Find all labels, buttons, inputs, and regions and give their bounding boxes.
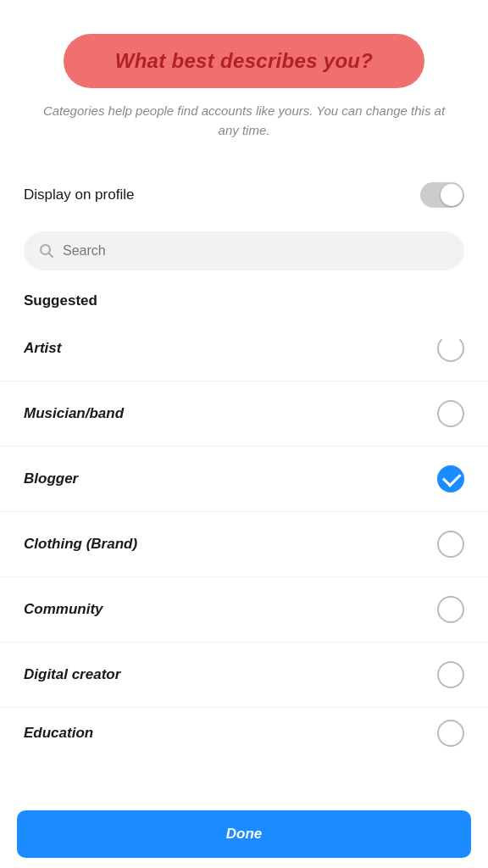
category-item-digital-creator[interactable]: Digital creator <box>0 643 488 708</box>
page-wrapper: What best describes you? Categories help… <box>0 0 488 868</box>
category-list: Artist Musician/band Blogger Clothing (B… <box>0 316 488 759</box>
svg-line-1 <box>49 253 53 257</box>
radio-blogger <box>437 465 464 492</box>
radio-digital-creator <box>437 661 464 688</box>
display-profile-toggle[interactable] <box>420 182 464 208</box>
display-on-profile-row: Display on profile <box>0 165 488 225</box>
radio-clothing-brand <box>437 531 464 558</box>
category-item-musician-band[interactable]: Musician/band <box>0 381 488 447</box>
category-label-education: Education <box>24 725 93 742</box>
search-bar[interactable] <box>24 231 464 270</box>
category-label-artist: Artist <box>24 340 61 357</box>
title-pill: What best describes you? <box>64 34 424 88</box>
header-section: What best describes you? Categories help… <box>0 0 488 157</box>
suggested-section-label: Suggested <box>0 284 488 316</box>
toggle-knob <box>441 184 463 206</box>
radio-musician-band <box>437 400 464 427</box>
category-label-community: Community <box>24 601 103 618</box>
radio-community <box>437 596 464 623</box>
category-label-digital-creator: Digital creator <box>24 666 120 683</box>
category-item-artist[interactable]: Artist <box>0 316 488 381</box>
done-button[interactable]: Done <box>17 810 471 858</box>
category-item-blogger[interactable]: Blogger <box>0 447 488 512</box>
category-label-blogger: Blogger <box>24 470 78 487</box>
category-item-community[interactable]: Community <box>0 577 488 643</box>
display-profile-label: Display on profile <box>24 186 134 203</box>
category-item-education[interactable]: Education <box>0 708 488 759</box>
category-item-clothing-brand[interactable]: Clothing (Brand) <box>0 512 488 577</box>
radio-artist <box>437 335 464 362</box>
radio-education <box>437 720 464 747</box>
search-icon <box>39 243 54 259</box>
subtitle-text: Categories help people find accounts lik… <box>24 102 464 140</box>
search-container <box>0 225 488 284</box>
done-button-container: Done <box>0 800 488 868</box>
category-label-clothing-brand: Clothing (Brand) <box>24 536 137 553</box>
search-input[interactable] <box>63 243 449 259</box>
category-label-musician-band: Musician/band <box>24 405 124 422</box>
page-title: What best describes you? <box>115 49 374 72</box>
